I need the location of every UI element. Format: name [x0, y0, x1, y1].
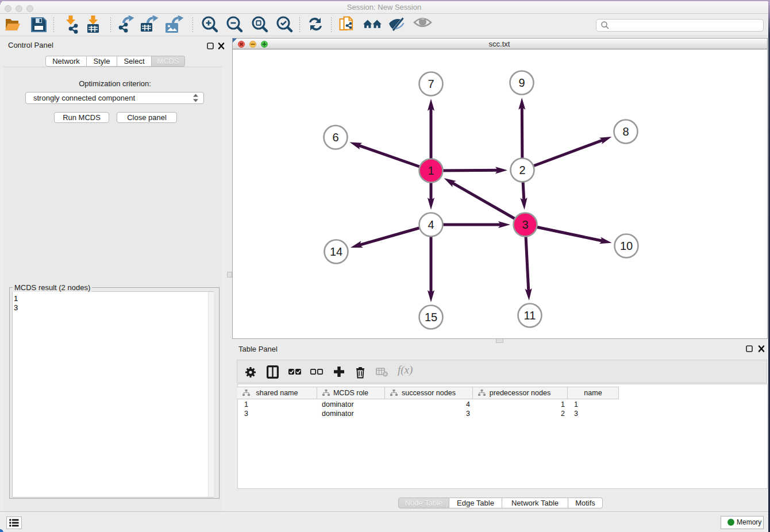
svg-text:1: 1 — [428, 164, 434, 177]
svg-text:3: 3 — [522, 218, 528, 231]
svg-text:2: 2 — [519, 164, 525, 176]
svg-text:15: 15 — [425, 311, 437, 323]
svg-text:4: 4 — [428, 218, 434, 231]
svg-text:10: 10 — [620, 240, 633, 252]
svg-text:8: 8 — [622, 125, 629, 138]
svg-text:6: 6 — [332, 131, 338, 144]
svg-text:7: 7 — [428, 78, 434, 90]
svg-text:11: 11 — [524, 309, 536, 322]
svg-text:9: 9 — [518, 76, 525, 89]
svg-text:14: 14 — [330, 245, 342, 258]
